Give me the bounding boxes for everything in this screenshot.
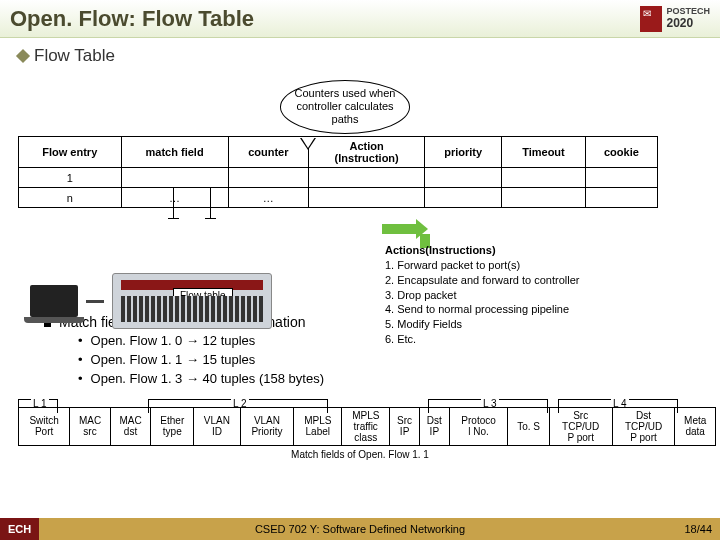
list-item: 2. Encapsulate and forward to controller [385, 273, 579, 288]
cell: VLAN Priority [240, 407, 294, 445]
cell: MPLS Label [294, 407, 342, 445]
list-item: 3. Drop packet [385, 288, 579, 303]
list-item: 5. Modify Fields [385, 317, 579, 332]
cell: VLAN ID [194, 407, 240, 445]
th-action: Action (Instruction) [309, 137, 425, 168]
cell: MAC src [70, 407, 111, 445]
counter-callout: Counters used when controller calculates… [280, 80, 410, 134]
cell: Protoco l No. [449, 407, 508, 445]
cell: n [19, 188, 122, 208]
table-row: n … … [19, 188, 658, 208]
cell: 1 [19, 168, 122, 188]
diamond-icon [16, 49, 30, 63]
brand-logo: POSTECH 2020 [640, 6, 710, 32]
table-row: 1 [19, 168, 658, 188]
flow-entry-table: Flow entry match field counter Action (I… [18, 136, 658, 208]
section-heading: Flow Table [18, 46, 702, 66]
footer-bar: ECH CSED 702 Y: Software Defined Network… [0, 518, 720, 540]
cell: MPLS traffic class [342, 407, 390, 445]
fields-caption: Match fields of Open. Flow 1. 1 [18, 449, 702, 460]
th-cookie: cookie [585, 137, 657, 168]
actions-list: Actions(Instructions) 1. Forward packet … [385, 243, 579, 347]
connector-line [173, 188, 174, 218]
th-timeout: Timeout [502, 137, 586, 168]
connector-line [210, 188, 211, 218]
cell: Src TCP/UD P port [549, 407, 612, 445]
cell: Src IP [390, 407, 420, 445]
list-item: 4. Send to normal processing pipeline [385, 302, 579, 317]
cell: Ether type [151, 407, 194, 445]
cell: Switch Port [19, 407, 70, 445]
title-bar: Open. Flow: Flow Table POSTECH 2020 [0, 0, 720, 38]
brand-name: POSTECH [666, 7, 710, 16]
laptop-icon [30, 285, 78, 317]
match-fields-table: Switch Port MAC src MAC dst Ether type V… [18, 407, 716, 446]
th-counter: counter [228, 137, 308, 168]
list-item: Open. Flow 1. 3 → 40 tuples (158 bytes) [78, 370, 702, 389]
switch-icon: Flow table [112, 273, 272, 329]
cell: Dst TCP/UD P port [612, 407, 675, 445]
list-item: 1. Forward packet to port(s) [385, 258, 579, 273]
footer-left: ECH [0, 518, 39, 540]
arrow-icon [382, 224, 418, 234]
th-priority: priority [425, 137, 502, 168]
cell: … [228, 188, 308, 208]
section-heading-text: Flow Table [34, 46, 115, 66]
callout-pointer-icon [300, 138, 316, 150]
list-item: Open. Flow 1. 1 → 15 tuples [78, 351, 702, 370]
page-number: 18/44 [684, 523, 712, 535]
cell: To. S [508, 407, 549, 445]
device-diagram: Flow table [30, 273, 272, 329]
table-header-row: Flow entry match field counter Action (I… [19, 137, 658, 168]
page-title: Open. Flow: Flow Table [10, 6, 254, 32]
shield-icon [640, 6, 662, 32]
footer-center: CSED 702 Y: Software Defined Networking [255, 523, 465, 535]
cell: … [121, 188, 228, 208]
flow-table-label: Flow table [173, 288, 233, 303]
th-matchfield: match field [121, 137, 228, 168]
actions-heading: Actions(Instructions) [385, 243, 579, 258]
brand-year: 2020 [666, 16, 710, 30]
cell: MAC dst [110, 407, 151, 445]
th-flowentry: Flow entry [19, 137, 122, 168]
cell: Dst IP [419, 407, 449, 445]
list-item: 6. Etc. [385, 332, 579, 347]
cell: Meta data [675, 407, 716, 445]
link-line [86, 300, 104, 303]
